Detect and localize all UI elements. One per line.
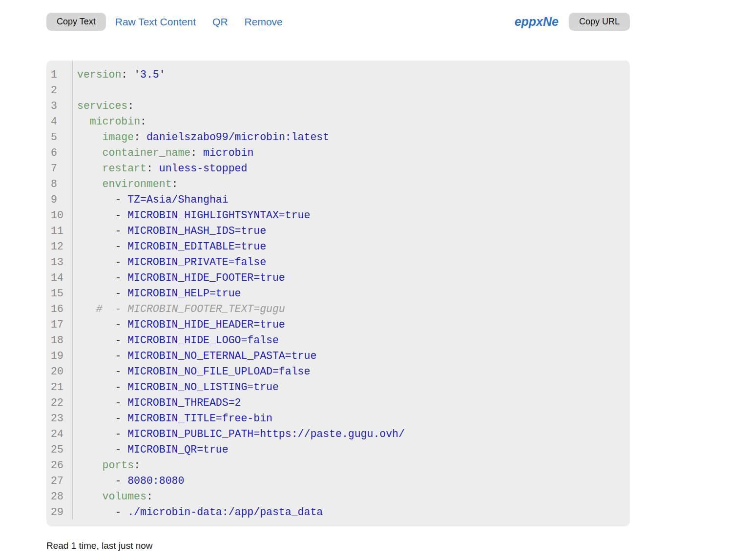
code-line: 27 - 8080:8080 [46, 473, 630, 489]
code-text: microbin: [72, 114, 146, 129]
code-line: 1version: '3.5' [46, 67, 630, 83]
code-line: 5 image: danielszabo99/microbin:latest [46, 129, 630, 145]
code-text: - MICROBIN_HIGHLIGHTSYNTAX=true [72, 207, 310, 223]
line-number: 16 [46, 301, 72, 317]
code-line: 29 - ./microbin-data:/app/pasta_data [46, 504, 630, 520]
code-line: 23 - MICROBIN_TITLE=free-bin [46, 411, 630, 426]
code-text [72, 83, 77, 98]
code-text: - MICROBIN_PUBLIC_PATH=https://paste.gug… [72, 426, 405, 442]
line-number: 21 [46, 379, 72, 395]
qr-link[interactable]: QR [212, 16, 228, 28]
code-text: restart: unless-stopped [72, 161, 247, 176]
line-number: 9 [46, 192, 72, 207]
code-line: 24 - MICROBIN_PUBLIC_PATH=https://paste.… [46, 426, 630, 442]
code-text: volumes: [72, 489, 153, 504]
line-number: 10 [46, 207, 72, 223]
code-text: ports: [72, 457, 140, 473]
code-text: - MICROBIN_HASH_IDS=true [72, 223, 266, 239]
line-number: 4 [46, 114, 72, 129]
code-line: 7 restart: unless-stopped [46, 161, 630, 176]
line-number: 7 [46, 161, 72, 176]
code-line: 3services: [46, 98, 630, 114]
line-number: 5 [46, 129, 72, 145]
code-line: 26 ports: [46, 457, 630, 473]
code-line: 15 - MICROBIN_HELP=true [46, 286, 630, 301]
line-number: 2 [46, 83, 72, 98]
code-line: 19 - MICROBIN_NO_ETERNAL_PASTA=true [46, 348, 630, 364]
code-text: - MICROBIN_NO_FILE_UPLOAD=false [72, 364, 310, 379]
line-number: 19 [46, 348, 72, 364]
code-text: image: danielszabo99/microbin:latest [72, 129, 329, 145]
toolbar: Copy Text Raw Text Content QR Remove epp… [46, 13, 630, 31]
line-number: 14 [46, 270, 72, 286]
code-lines: 1version: '3.5'23services:4 microbin:5 i… [46, 67, 630, 520]
copy-text-button[interactable]: Copy Text [46, 13, 106, 31]
line-number: 27 [46, 473, 72, 489]
code-text: - MICROBIN_QR=true [72, 442, 229, 457]
code-line: 17 - MICROBIN_HIDE_HEADER=true [46, 317, 630, 332]
line-number: 23 [46, 411, 72, 426]
code-text: - MICROBIN_NO_ETERNAL_PASTA=true [72, 348, 316, 364]
code-line: 21 - MICROBIN_NO_LISTING=true [46, 379, 630, 395]
page: Copy Text Raw Text Content QR Remove epp… [46, 13, 630, 551]
code-text: - 8080:8080 [72, 473, 184, 489]
line-number: 8 [46, 176, 72, 192]
code-line: 8 environment: [46, 176, 630, 192]
code-line: 10 - MICROBIN_HIGHLIGHTSYNTAX=true [46, 207, 630, 223]
paste-id: eppxNe [515, 15, 559, 29]
copy-url-button[interactable]: Copy URL [569, 13, 630, 31]
line-number: 11 [46, 223, 72, 239]
code-line: 16 # - MICROBIN_FOOTER_TEXT=gugu [46, 301, 630, 317]
code-text: - MICROBIN_HELP=true [72, 286, 241, 301]
code-line: 25 - MICROBIN_QR=true [46, 442, 630, 457]
line-number: 24 [46, 426, 72, 442]
line-number: 28 [46, 489, 72, 504]
code-line: 4 microbin: [46, 114, 630, 129]
code-text: - ./microbin-data:/app/pasta_data [72, 504, 323, 520]
line-number: 6 [46, 145, 72, 161]
code-line: 20 - MICROBIN_NO_FILE_UPLOAD=false [46, 364, 630, 379]
code-line: 14 - MICROBIN_HIDE_FOOTER=true [46, 270, 630, 286]
code-text: - MICROBIN_EDITABLE=true [72, 239, 266, 254]
remove-link[interactable]: Remove [245, 16, 283, 28]
line-number: 22 [46, 395, 72, 411]
line-number: 25 [46, 442, 72, 457]
code-line: 11 - MICROBIN_HASH_IDS=true [46, 223, 630, 239]
code-text: - MICROBIN_HIDE_HEADER=true [72, 317, 285, 332]
code-text: - TZ=Asia/Shanghai [72, 192, 229, 207]
line-number: 18 [46, 332, 72, 348]
code-line: 22 - MICROBIN_THREADS=2 [46, 395, 630, 411]
code-text: environment: [72, 176, 178, 192]
gutter-separator [72, 61, 73, 519]
code-block: 1version: '3.5'23services:4 microbin:5 i… [46, 61, 630, 526]
line-number: 1 [46, 67, 72, 83]
code-text: - MICROBIN_PRIVATE=false [72, 254, 266, 270]
code-line: 28 volumes: [46, 489, 630, 504]
code-text: version: '3.5' [72, 67, 166, 83]
read-status: Read 1 time, last just now [46, 540, 630, 551]
line-number: 26 [46, 457, 72, 473]
code-text: - MICROBIN_HIDE_FOOTER=true [72, 270, 285, 286]
code-line: 18 - MICROBIN_HIDE_LOGO=false [46, 332, 630, 348]
line-number: 29 [46, 504, 72, 520]
code-text: - MICROBIN_THREADS=2 [72, 395, 241, 411]
code-text: container_name: microbin [72, 145, 253, 161]
code-line: 6 container_name: microbin [46, 145, 630, 161]
code-text: - MICROBIN_TITLE=free-bin [72, 411, 272, 426]
code-text: - MICROBIN_NO_LISTING=true [72, 379, 279, 395]
code-line: 12 - MICROBIN_EDITABLE=true [46, 239, 630, 254]
code-text: # - MICROBIN_FOOTER_TEXT=gugu [72, 301, 285, 317]
code-text: - MICROBIN_HIDE_LOGO=false [72, 332, 279, 348]
line-number: 3 [46, 98, 72, 114]
code-text: services: [72, 98, 134, 114]
line-number: 17 [46, 317, 72, 332]
code-line: 9 - TZ=Asia/Shanghai [46, 192, 630, 207]
line-number: 20 [46, 364, 72, 379]
raw-text-content-link[interactable]: Raw Text Content [115, 16, 196, 28]
code-line: 2 [46, 83, 630, 98]
line-number: 15 [46, 286, 72, 301]
line-number: 12 [46, 239, 72, 254]
line-number: 13 [46, 254, 72, 270]
code-line: 13 - MICROBIN_PRIVATE=false [46, 254, 630, 270]
